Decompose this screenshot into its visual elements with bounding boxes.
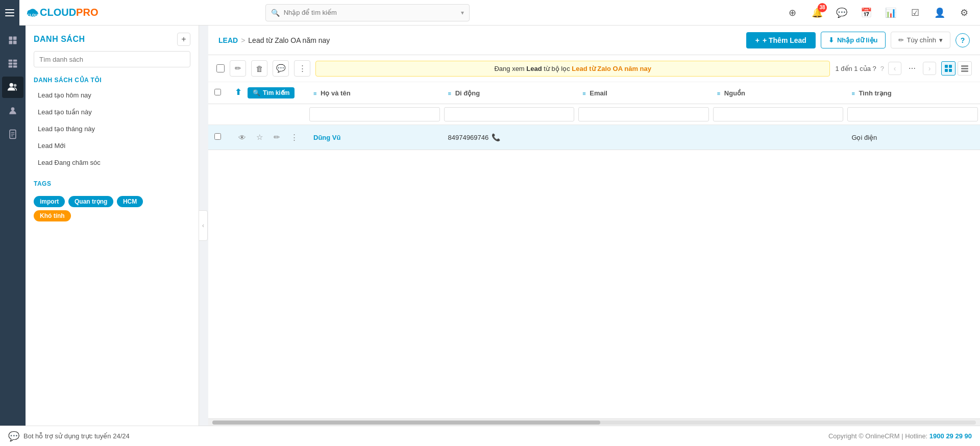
- breadcrumb-root[interactable]: LEAD: [218, 36, 238, 44]
- tag-quan-trong[interactable]: Quan trọng: [68, 196, 113, 207]
- horizontal-scrollbar[interactable]: [208, 418, 980, 426]
- left-nav-grid[interactable]: [2, 53, 23, 75]
- top-nav-actions: ⊕ 🔔 38 💬 📅 📊 ☑ 👤 ⚙: [785, 5, 972, 20]
- pagination-area: 1 đến 1 của ? ? ‹ ⋯ ›: [835, 62, 936, 75]
- lead-name[interactable]: Dũng Vũ: [313, 134, 340, 141]
- sidebar-item-lead-tuan-nay[interactable]: Lead tạo tuần này: [26, 104, 199, 120]
- search-dropdown-icon[interactable]: ▾: [461, 9, 464, 16]
- left-nav-person[interactable]: [2, 100, 23, 121]
- tags-section-title: TAGS: [26, 177, 199, 190]
- footer-support: 💬 Bot hỗ trợ sử dụng trực tuyến 24/24: [8, 431, 130, 442]
- th-select-all[interactable]: [214, 89, 221, 95]
- svg-rect-26: [961, 65, 968, 67]
- delete-toolbar-btn[interactable]: 🗑: [251, 60, 267, 77]
- th-nguon[interactable]: ≡ Nguồn: [711, 82, 846, 104]
- sidebar-item-lead-moi[interactable]: Lead Mới: [26, 137, 199, 154]
- profile-btn[interactable]: 👤: [932, 5, 947, 20]
- hamburger-menu[interactable]: [0, 0, 19, 26]
- search-tinh-trang-input[interactable]: [847, 107, 978, 121]
- sidebar-item-lead-hom-nay[interactable]: Lead tạo hôm nay: [26, 87, 199, 104]
- th-di-dong-icon: ≡: [448, 90, 451, 96]
- row-phone-cell: 84974969746 📞: [442, 125, 577, 150]
- row-star-btn[interactable]: ☆: [252, 130, 266, 144]
- th-di-dong-label: Di động: [455, 89, 480, 97]
- sidebar-section-my-lists: DANH SÁCH CỦA TÔI: [26, 73, 199, 87]
- svg-rect-27: [961, 68, 968, 69]
- th-nguon-label: Nguồn: [724, 89, 745, 97]
- more-row-icon: ⋮: [290, 133, 298, 142]
- help-button[interactable]: ?: [955, 33, 970, 47]
- settings-btn[interactable]: ⚙: [957, 5, 972, 20]
- row-edit-btn[interactable]: ✏: [270, 130, 284, 144]
- search-bar[interactable]: 🔍 ▾: [265, 4, 470, 21]
- chart-btn[interactable]: 📊: [883, 5, 898, 20]
- pagination-text: 1 đến 1 của ?: [835, 65, 876, 72]
- search-row-checkbox-cell: [208, 104, 229, 125]
- th-tinh-trang[interactable]: ≡ Tình trạng: [845, 82, 980, 104]
- left-nav-people[interactable]: [2, 77, 23, 98]
- chat-toolbar-btn[interactable]: 💬: [273, 60, 289, 77]
- th-di-dong[interactable]: ≡ Di động: [442, 82, 577, 104]
- hamburger-btn[interactable]: [2, 5, 18, 21]
- sidebar-search-area: [26, 51, 199, 73]
- row-email-cell: [576, 125, 711, 150]
- search-btn-icon: 🔍: [253, 89, 260, 96]
- scroll-thumb[interactable]: [212, 420, 600, 425]
- tag-import[interactable]: import: [34, 196, 65, 207]
- search-row-tinh-trang-cell: [845, 104, 980, 125]
- sidebar-search-input[interactable]: [34, 51, 190, 67]
- pagination-next-btn[interactable]: ›: [923, 62, 936, 75]
- add-lead-button[interactable]: + + Thêm Lead: [746, 32, 816, 48]
- th-ho-va-ten[interactable]: ≡ Họ và tên: [307, 82, 442, 104]
- svg-rect-10: [13, 60, 17, 62]
- notification-btn[interactable]: 🔔 38: [810, 5, 825, 20]
- table-toolbar: ✏ 🗑 💬 ⋮ Đang xem Lead từ bộ lọc Lead từ …: [208, 55, 980, 82]
- phone-icon[interactable]: 📞: [492, 133, 500, 141]
- more-toolbar-btn[interactable]: ⋮: [294, 60, 310, 77]
- svg-point-15: [10, 83, 13, 87]
- sidebar-item-lead-thang-nay[interactable]: Lead tạo tháng này: [26, 120, 199, 137]
- tag-kho-tinh[interactable]: Khó tính: [34, 210, 71, 221]
- tasks-btn[interactable]: ☑: [908, 5, 923, 20]
- row-checkbox[interactable]: [214, 133, 221, 140]
- search-btn[interactable]: 🔍 Tìm kiếm: [248, 87, 295, 98]
- select-all-checkbox[interactable]: [216, 64, 225, 72]
- search-email-input[interactable]: [578, 107, 709, 121]
- import-data-button[interactable]: ⬇ Nhập dữ liệu: [821, 32, 886, 48]
- chat-btn[interactable]: 💬: [834, 5, 849, 20]
- th-email[interactable]: ≡ Email: [576, 82, 711, 104]
- customize-button[interactable]: ✏ Tùy chỉnh ▾: [891, 32, 950, 48]
- view-list-btn[interactable]: [958, 61, 972, 76]
- search-input[interactable]: [284, 9, 457, 16]
- search-nguon-input[interactable]: [713, 107, 844, 121]
- svg-rect-9: [9, 60, 13, 62]
- pagination-prev-btn[interactable]: ‹: [888, 62, 901, 75]
- edit-toolbar-btn[interactable]: ✏: [230, 60, 246, 77]
- search-btn-label: Tìm kiếm: [263, 89, 289, 96]
- sidebar-collapse-btn[interactable]: ‹: [199, 210, 208, 241]
- search-name-input[interactable]: [309, 107, 440, 121]
- row-view-btn[interactable]: 👁: [235, 130, 249, 144]
- footer-support-text: Bot hỗ trợ sử dụng trực tuyến 24/24: [23, 432, 130, 440]
- left-nav-document[interactable]: [2, 123, 23, 145]
- list-view-icon: [961, 65, 968, 72]
- row-more-btn[interactable]: ⋮: [287, 130, 301, 144]
- logo: CLOUD CLOUDPRO: [26, 6, 98, 20]
- left-nav-home[interactable]: [2, 30, 23, 51]
- scroll-track[interactable]: [212, 420, 976, 425]
- sidebar-item-lead-dang-cham-soc[interactable]: Lead Đang chăm sóc: [26, 154, 199, 171]
- tags-container: import Quan trọng HCM Khó tính: [26, 190, 199, 227]
- search-phone-input[interactable]: [444, 107, 575, 121]
- pagination-more-btn[interactable]: ⋯: [905, 62, 919, 75]
- tag-hcm[interactable]: HCM: [117, 196, 143, 207]
- add-btn[interactable]: ⊕: [785, 5, 800, 20]
- svg-rect-12: [13, 63, 17, 65]
- table-upload-icon[interactable]: ⬆: [235, 87, 241, 98]
- search-row-name-cell: [307, 104, 442, 125]
- row-tinh-trang: Gọi điện: [851, 134, 877, 141]
- messenger-icon: 💬: [8, 431, 19, 442]
- sidebar-add-button[interactable]: +: [177, 33, 190, 46]
- person-icon: 👤: [934, 7, 945, 18]
- calendar-btn[interactable]: 📅: [859, 5, 874, 20]
- view-grid-btn[interactable]: [941, 61, 955, 76]
